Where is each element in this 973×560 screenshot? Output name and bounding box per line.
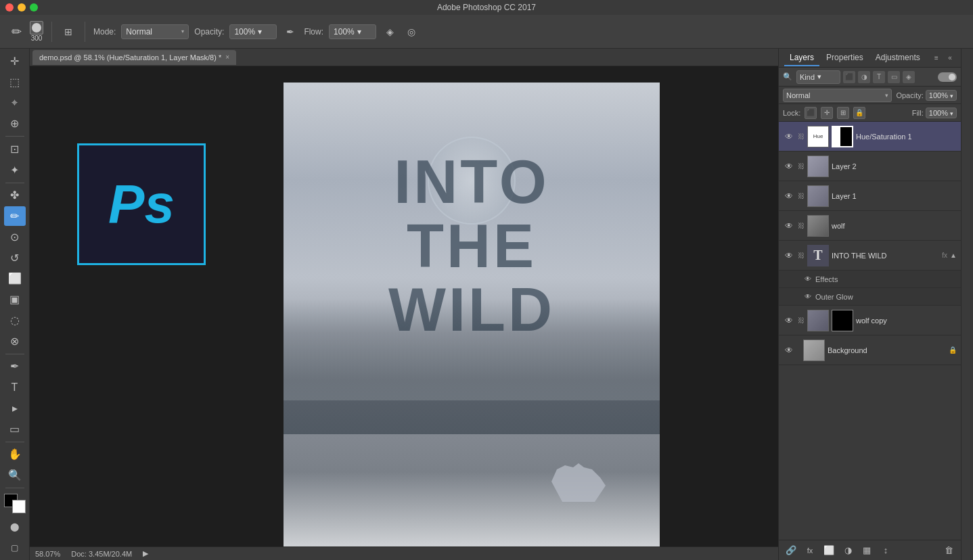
brush-tool[interactable]: ✏ <box>4 206 26 226</box>
flow-chevron-icon: ▾ <box>357 27 361 37</box>
panel-menu-icon[interactable]: ≡ <box>931 53 942 64</box>
lock-pixels-icon[interactable]: ⬛ <box>805 107 817 119</box>
quick-select-tool[interactable]: ⊕ <box>4 114 26 133</box>
new-layer-icon[interactable]: ↕ <box>879 544 892 557</box>
adjustment-icon[interactable]: ◑ <box>841 544 855 557</box>
hand-tool[interactable]: ✋ <box>4 444 26 464</box>
delete-layer-icon[interactable]: 🗑 <box>942 544 955 557</box>
blur-tool[interactable]: ◌ <box>4 310 26 330</box>
opacity-control[interactable]: 100% ▾ <box>229 24 277 39</box>
layer-1[interactable]: 👁 ⛓ Layer 1 <box>779 181 961 211</box>
layer-mask-hue[interactable] <box>832 126 853 147</box>
healing-brush-tool[interactable]: ✤ <box>4 185 26 205</box>
fill-value[interactable]: 100% ▾ <box>926 108 957 118</box>
history-brush-tool[interactable]: ↺ <box>4 248 26 268</box>
layer-visibility-hue[interactable]: 👁 <box>783 131 795 143</box>
layer-background[interactable]: 👁 Background 🔒 <box>779 335 961 365</box>
blend-mode-value: Normal <box>786 91 810 99</box>
filter-text-icon[interactable]: T <box>873 71 885 83</box>
shape-tool[interactable]: ▭ <box>4 419 26 439</box>
layer-name-text: INTO THE WILD <box>832 252 939 260</box>
close-button[interactable] <box>5 3 14 11</box>
tab-close-icon[interactable]: × <box>225 53 229 61</box>
airbrush-icon[interactable]: ◈ <box>382 24 398 40</box>
layer-visibility-bg[interactable]: 👁 <box>783 344 795 356</box>
layer-mask-wolfcopy[interactable] <box>832 310 853 331</box>
eraser-tool[interactable]: ⬜ <box>4 269 26 288</box>
layers-list: 👁 ⛓ Hue Hue/Saturation 1 👁 ⛓ Layer 2 👁 <box>779 122 961 540</box>
lock-all-icon[interactable]: 🔒 <box>853 107 865 119</box>
mode-dropdown[interactable]: Normal ▾ <box>121 24 189 39</box>
filter-pixel-icon[interactable]: ⬛ <box>843 71 855 83</box>
pen-tool[interactable]: ✒ <box>4 356 26 376</box>
blend-mode-select[interactable]: Normal ▾ <box>783 89 892 102</box>
dodge-tool[interactable]: ⊗ <box>4 331 26 351</box>
opacity-pen-icon[interactable]: ✒ <box>282 24 298 40</box>
layer-thumb-wolfcopy <box>807 310 829 331</box>
canvas-wrapper[interactable]: INTO THE WILD <box>30 69 778 546</box>
minimize-button[interactable] <box>18 3 26 11</box>
link-layers-icon[interactable]: 🔗 <box>784 544 798 557</box>
layer-2[interactable]: 👁 ⛓ Layer 2 <box>779 151 961 181</box>
tab-filename: demo.psd @ 58.1% (Hue/Saturation 1, Laye… <box>39 53 221 62</box>
background-color[interactable] <box>12 500 26 513</box>
gradient-tool[interactable]: ▣ <box>4 289 26 309</box>
layer-lock-bg-icon: 🔒 <box>949 346 957 354</box>
tab-properties[interactable]: Properties <box>821 50 869 66</box>
path-selection-tool[interactable]: ▸ <box>4 398 26 418</box>
add-mask-icon[interactable]: ⬜ <box>822 544 836 557</box>
far-right-panel <box>961 49 973 560</box>
layer-visibility-text[interactable]: 👁 <box>783 250 795 262</box>
layer-wolf[interactable]: 👁 ⛓ wolf <box>779 211 961 241</box>
lock-artboard-icon[interactable]: ⊞ <box>837 107 849 119</box>
clone-stamp-tool[interactable]: ⊙ <box>4 227 26 247</box>
layer-visibility-1[interactable]: 👁 <box>783 190 795 202</box>
layer-thumb-hue: Hue <box>807 126 829 147</box>
filter-smart-icon[interactable]: ◈ <box>903 71 915 83</box>
layer-expand-icon[interactable]: ▲ <box>950 252 957 259</box>
tablet-icon[interactable]: ⊞ <box>60 24 76 40</box>
left-tool-panel: ✛ ⬚ ⌖ ⊕ ⊡ ✦ ✤ ✏ ⊙ ↺ ⬜ ▣ ◌ ⊗ ✒ T ▸ ▭ ✋ 🔍 … <box>0 49 30 560</box>
tab-layers[interactable]: Layers <box>784 50 819 66</box>
app-title: Adobe Photoshop CC 2017 <box>437 3 536 12</box>
document-tab[interactable]: demo.psd @ 58.1% (Hue/Saturation 1, Laye… <box>32 50 236 65</box>
layer-text[interactable]: 👁 ⛓ T INTO THE WILD fx ▲ <box>779 241 961 271</box>
filter-toggle[interactable] <box>938 72 957 82</box>
layer-hue-saturation[interactable]: 👁 ⛓ Hue Hue/Saturation 1 <box>779 122 961 151</box>
flow-control[interactable]: 100% ▾ <box>329 24 376 39</box>
effects-visibility-icon[interactable]: 👁 <box>803 275 813 284</box>
layer-visibility-wolf[interactable]: 👁 <box>783 220 795 232</box>
doc-arrow-icon[interactable]: ▶ <box>143 549 148 558</box>
filter-type-select[interactable]: Kind ▾ <box>796 70 840 84</box>
layer-fx-icon[interactable]: fx <box>942 252 947 259</box>
brush-tool-icon[interactable]: ✏ <box>5 21 27 43</box>
add-style-icon[interactable]: fx <box>803 544 817 557</box>
layer-wolf-copy[interactable]: 👁 ⛓ wolf copy <box>779 306 961 335</box>
brush-pressure-icon[interactable]: ◎ <box>403 24 420 40</box>
outer-glow-visibility-icon[interactable]: 👁 <box>803 292 813 302</box>
crop-tool[interactable]: ⊡ <box>4 139 26 159</box>
move-tool[interactable]: ✛ <box>4 51 26 71</box>
tool-separator-5 <box>5 488 24 488</box>
quick-mask-icon[interactable]: ⬤ <box>4 517 26 537</box>
color-picker[interactable] <box>4 494 26 513</box>
zoom-tool[interactable]: 🔍 <box>4 465 26 485</box>
new-group-icon[interactable]: ▦ <box>860 544 874 557</box>
layer-visibility-wolfcopy[interactable]: 👁 <box>783 314 795 327</box>
layer-visibility-2[interactable]: 👁 <box>783 160 795 172</box>
opacity-value-layers[interactable]: 100% ▾ <box>926 90 957 101</box>
type-tool[interactable]: T <box>4 377 26 397</box>
lasso-tool[interactable]: ⌖ <box>4 93 26 113</box>
lock-position-icon[interactable]: ✛ <box>821 107 833 119</box>
screen-mode-icon[interactable]: ▢ <box>4 538 26 557</box>
filter-adjustment-icon[interactable]: ◑ <box>858 71 870 83</box>
effects-label: Effects <box>815 275 838 283</box>
eyedropper-tool[interactable]: ✦ <box>4 160 26 180</box>
tab-adjustments[interactable]: Adjustments <box>870 50 926 66</box>
marquee-tool[interactable]: ⬚ <box>4 72 26 92</box>
filter-shape-icon[interactable]: ▭ <box>888 71 900 83</box>
filter-kind-label: Kind <box>800 73 815 81</box>
panel-collapse-icon[interactable]: « <box>945 53 955 64</box>
maximize-button[interactable] <box>30 3 38 11</box>
layers-lock-row: Lock: ⬛ ✛ ⊞ 🔒 Fill: 100% ▾ <box>779 104 961 122</box>
